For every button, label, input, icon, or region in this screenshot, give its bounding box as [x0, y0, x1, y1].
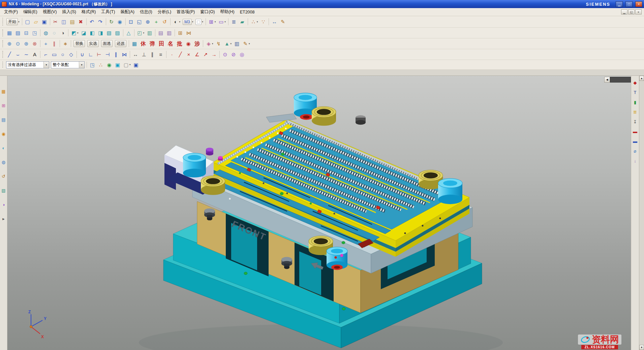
- solid-select-button[interactable]: 实选: [86, 39, 100, 48]
- menu-view[interactable]: 视图(V): [40, 8, 60, 16]
- fit-view-button[interactable]: ⊡: [127, 18, 135, 26]
- vertical-scrollbar[interactable]: ▲ ▼: [639, 76, 644, 350]
- selection-filter-combo[interactable]: 没有选择过滤器▼: [6, 61, 49, 68]
- circle-tool[interactable]: ○: [59, 50, 67, 59]
- delete-button[interactable]: ✖: [77, 18, 85, 26]
- standard-parts-dropdown[interactable]: ◈▾: [205, 39, 214, 48]
- paste-button[interactable]: ▤: [68, 18, 76, 26]
- orient-trimetric-button[interactable]: ◪: [80, 29, 88, 37]
- menu-insert[interactable]: 插入(S): [59, 8, 79, 16]
- face-transparent-button[interactable]: 面透: [100, 39, 114, 48]
- bom-export-button[interactable]: ▥: [233, 39, 241, 48]
- dimension-tool[interactable]: ↔: [131, 50, 140, 59]
- circle-diameter-tool[interactable]: ⊘: [229, 50, 238, 59]
- explosion-button[interactable]: ∗: [61, 39, 69, 48]
- window-tile-button[interactable]: ⊟: [22, 29, 30, 37]
- drill-icon[interactable]: ↓: [632, 158, 638, 164]
- target-point-tool[interactable]: ◎: [238, 50, 246, 59]
- ray-tool[interactable]: →: [210, 50, 218, 59]
- offset-curve-tool[interactable]: ∥: [112, 50, 120, 59]
- redo-button[interactable]: ↷: [96, 18, 104, 26]
- stamp-tool-button[interactable]: ◉: [184, 39, 192, 48]
- filter-face-button[interactable]: ◳: [88, 61, 96, 69]
- repeat-command-button[interactable]: ↻: [108, 18, 116, 26]
- menu-preferences[interactable]: 首选项(P): [174, 8, 197, 16]
- menu-et2008[interactable]: ET2008: [237, 9, 257, 15]
- component-pattern-button[interactable]: ⊛: [22, 39, 30, 48]
- roles-icon[interactable]: ◑: [1, 202, 6, 208]
- rendering-style-dropdown[interactable]: ◐▾: [172, 18, 182, 26]
- highlight-toggle[interactable]: ◉: [105, 61, 113, 69]
- scrollbar-track[interactable]: [639, 81, 644, 345]
- chamfer-tool[interactable]: ∟: [87, 50, 95, 59]
- menu-assemblies[interactable]: 装配(A): [118, 8, 137, 16]
- selection-scope-combo[interactable]: 整个装配▼: [51, 61, 85, 68]
- mdi-minimize-button[interactable]: ▁: [621, 9, 627, 14]
- minimize-button[interactable]: ▁: [616, 1, 623, 7]
- web-browser-icon[interactable]: ◍: [1, 159, 6, 165]
- batch-tool-button[interactable]: 批: [175, 39, 184, 48]
- quick-extend-tool[interactable]: ⊣: [103, 50, 112, 59]
- wave-link-button[interactable]: ▦: [130, 39, 139, 48]
- new-file-button[interactable]: ▢: [24, 18, 32, 26]
- assembly-constraints-dropdown[interactable]: ⊞▾: [207, 18, 217, 26]
- measure-distance-button[interactable]: ↔: [270, 18, 278, 26]
- wcs-dynamics-button[interactable]: ▣: [132, 61, 140, 69]
- window-new-button[interactable]: ▦: [5, 29, 13, 37]
- scroll-left-button[interactable]: ◀: [604, 77, 610, 83]
- undo-button[interactable]: ↶: [88, 18, 96, 26]
- toolbar-grip[interactable]: [2, 62, 4, 68]
- blue-plate-icon[interactable]: ▬: [632, 138, 638, 144]
- pan-button[interactable]: +: [152, 18, 160, 26]
- green-cylinder-icon[interactable]: ▮: [632, 99, 638, 105]
- mirror-feature-button[interactable]: ⋈: [185, 29, 193, 37]
- constraint-parallel-tool[interactable]: ∥: [148, 50, 156, 59]
- cut-button[interactable]: ✂: [52, 18, 60, 26]
- layer-settings-button[interactable]: ≣: [230, 18, 238, 26]
- graphics-window[interactable]: FRONT: [7, 76, 631, 350]
- pattern-feature-button[interactable]: ⊞: [176, 29, 184, 37]
- hd3d-tools-icon[interactable]: ◐: [1, 145, 6, 151]
- menu-format[interactable]: 格式(R): [79, 8, 98, 16]
- move-component-dropdown[interactable]: ▭▾: [217, 18, 227, 26]
- fillet-tool[interactable]: ∪: [78, 50, 86, 59]
- scroll-up-button[interactable]: ▲: [639, 76, 644, 81]
- shaded-cube-button[interactable]: ▣: [114, 61, 122, 69]
- spline-tool[interactable]: ∼: [22, 50, 30, 59]
- snap-point-dropdown[interactable]: ∴▾: [249, 18, 259, 26]
- constraint-perpendicular-tool[interactable]: ⊥: [140, 50, 148, 59]
- replace-component-button[interactable]: ⊗: [31, 39, 39, 48]
- polygon-tool[interactable]: ◇: [67, 50, 75, 59]
- datum-plane-button[interactable]: ▰: [238, 18, 246, 26]
- rear-hardware[interactable]: [266, 93, 366, 126]
- cad-model-canvas[interactable]: FRONT: [7, 76, 631, 350]
- assembly-constraint-button[interactable]: ∥: [50, 39, 58, 48]
- snap-point-toggle[interactable]: ∴: [97, 61, 105, 69]
- restore-button[interactable]: 还原: [114, 39, 127, 48]
- electrode-button[interactable]: ↯: [215, 39, 223, 48]
- scroll-down-button[interactable]: ▼: [639, 345, 644, 350]
- display-shaded-button[interactable]: ◍: [42, 29, 50, 37]
- grid-tool-button[interactable]: 田: [157, 39, 166, 48]
- display-studio-button[interactable]: ◑: [59, 29, 67, 37]
- enhance-edges-button[interactable]: ▥: [146, 29, 154, 37]
- marquee-style-dropdown[interactable]: ▢▾: [122, 61, 132, 69]
- constraint-navigator-icon[interactable]: ⊞: [1, 103, 6, 108]
- edit-object-display-button[interactable]: ✎: [279, 18, 287, 26]
- menu-information[interactable]: 信息(I): [137, 8, 155, 16]
- et-key-icon[interactable]: ◆: [632, 80, 638, 86]
- point-tool[interactable]: ∙: [168, 50, 176, 59]
- layer-category-button[interactable]: ▥: [165, 29, 173, 37]
- open-file-button[interactable]: ▱: [32, 18, 40, 26]
- maximize-button[interactable]: □: [625, 1, 633, 7]
- rotate-view-button[interactable]: ↺: [161, 18, 169, 26]
- text-note-icon[interactable]: T: [632, 90, 638, 95]
- perspective-button[interactable]: △: [125, 29, 133, 37]
- system-materials-icon[interactable]: ▧: [1, 188, 6, 193]
- part-navigator-icon[interactable]: ▤: [1, 117, 6, 123]
- line-tool[interactable]: ╱: [5, 50, 13, 59]
- window-split-button[interactable]: ◳: [31, 29, 39, 37]
- show-hide-button[interactable]: ◉: [116, 18, 124, 26]
- menu-tools[interactable]: 工具(T): [98, 8, 118, 16]
- clip-section-dropdown[interactable]: ◰▾: [136, 29, 146, 37]
